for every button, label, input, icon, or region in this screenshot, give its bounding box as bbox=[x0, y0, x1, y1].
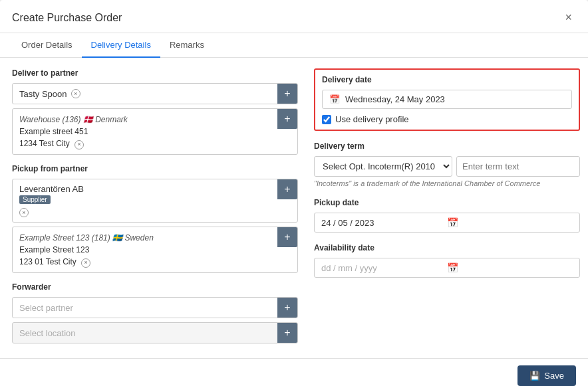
deliver-to-partner-section: Deliver to partner Tasty Spoon × + Wareh… bbox=[12, 68, 298, 155]
add-forwarder-partner-button[interactable]: + bbox=[277, 298, 297, 318]
forwarder-location-row: Select location + bbox=[12, 322, 298, 343]
availability-date-section: Availability date dd / mm / yyyy 📅 bbox=[314, 243, 580, 278]
pickup-from-partner-title: Pickup from partner bbox=[12, 164, 298, 173]
partner-name-text: Tasty Spoon bbox=[19, 89, 67, 99]
delivery-date-title: Delivery date bbox=[322, 75, 572, 84]
deliver-warehouse-text: Warehouse (136) bbox=[19, 115, 81, 124]
pickup-street: Example Street 123 bbox=[19, 244, 271, 256]
remove-pickup-address-icon[interactable]: × bbox=[81, 258, 90, 268]
pickup-address-block: Example Street 123 (181) 🇸🇪 Sweden Examp… bbox=[12, 227, 298, 273]
use-delivery-profile-checkbox[interactable] bbox=[322, 115, 331, 124]
tab-remarks[interactable]: Remarks bbox=[160, 33, 214, 58]
add-deliver-address-button[interactable]: + bbox=[277, 109, 297, 129]
pickup-warehouse-name: Example Street 123 (181) 🇸🇪 Sweden bbox=[19, 232, 271, 244]
calendar-icon: 📅 bbox=[329, 94, 340, 104]
deliver-street: Example street 451 bbox=[19, 126, 271, 138]
modal-footer: 💾 Save bbox=[0, 358, 588, 386]
use-delivery-profile-row: Use delivery profile bbox=[322, 114, 572, 124]
partner-name-value: Tasty Spoon × bbox=[13, 84, 277, 104]
deliver-to-partner-row: Tasty Spoon × + bbox=[12, 83, 298, 104]
availability-date-row[interactable]: dd / mm / yyyy 📅 bbox=[314, 258, 580, 278]
remove-pickup-partner-icon[interactable]: × bbox=[19, 208, 29, 217]
deliver-warehouse-name: Warehouse (136) 🇩🇰 Denmark bbox=[19, 114, 271, 126]
deliver-to-partner-title: Deliver to partner bbox=[12, 68, 298, 78]
pickup-calendar-icon: 📅 bbox=[447, 217, 573, 228]
forwarder-partner-row: Select partner + bbox=[12, 297, 298, 318]
pickup-partner-value: Leverantören AB Supplier × bbox=[13, 179, 277, 222]
modal: Create Purchase Order × Order Details De… bbox=[0, 0, 588, 386]
incoterms-note: "Incoterms" is a trademark of the Intern… bbox=[314, 179, 580, 187]
deliver-address-content: Warehouse (136) 🇩🇰 Denmark Example stree… bbox=[13, 109, 277, 154]
right-panel: Delivery date 📅 Wednesday, 24 May 2023 U… bbox=[314, 68, 580, 347]
save-icon: 💾 bbox=[529, 371, 540, 381]
add-pickup-address-button[interactable]: + bbox=[277, 227, 297, 247]
pickup-city: 123 01 Test City bbox=[19, 257, 76, 266]
availability-calendar-icon: 📅 bbox=[447, 262, 573, 273]
delivery-term-row: Select Opt. Incoterm(R) 2010 bbox=[314, 156, 580, 177]
pickup-date-title: Pickup date bbox=[314, 198, 580, 207]
remove-deliver-address-icon[interactable]: × bbox=[74, 140, 84, 149]
delivery-term-title: Delivery term bbox=[314, 142, 580, 151]
pickup-date-row[interactable]: 24 / 05 / 2023 📅 bbox=[314, 213, 580, 233]
pickup-date-section: Pickup date 24 / 05 / 2023 📅 bbox=[314, 198, 580, 233]
delivery-term-section: Delivery term Select Opt. Incoterm(R) 20… bbox=[314, 142, 580, 187]
supplier-badge: Supplier bbox=[19, 195, 51, 204]
deliver-city: 1234 Test City bbox=[19, 139, 70, 148]
delivery-date-value: Wednesday, 24 May 2023 bbox=[345, 94, 445, 104]
pickup-address-content: Example Street 123 (181) 🇸🇪 Sweden Examp… bbox=[13, 227, 277, 272]
modal-title: Create Purchase Order bbox=[12, 12, 122, 24]
add-forwarder-location-button[interactable]: + bbox=[277, 323, 297, 343]
denmark-flag: 🇩🇰 bbox=[83, 115, 95, 124]
remove-partner-icon[interactable]: × bbox=[71, 89, 80, 98]
term-text-input[interactable] bbox=[456, 156, 580, 177]
close-button[interactable]: × bbox=[561, 9, 576, 26]
modal-body: Deliver to partner Tasty Spoon × + Wareh… bbox=[0, 58, 588, 358]
availability-date-placeholder: dd / mm / yyyy bbox=[321, 263, 447, 273]
forwarder-partner-placeholder[interactable]: Select partner bbox=[13, 298, 277, 318]
availability-date-title: Availability date bbox=[314, 243, 580, 252]
use-delivery-profile-label: Use delivery profile bbox=[335, 114, 409, 124]
deliver-address-block: Warehouse (136) 🇩🇰 Denmark Example stree… bbox=[12, 108, 298, 155]
modal-header: Create Purchase Order × bbox=[0, 0, 588, 33]
pickup-partner-name: Leverantören AB bbox=[19, 184, 84, 194]
tab-order-details[interactable]: Order Details bbox=[12, 33, 82, 58]
left-panel: Deliver to partner Tasty Spoon × + Wareh… bbox=[12, 68, 298, 347]
tabs-container: Order Details Delivery Details Remarks bbox=[0, 33, 588, 58]
add-pickup-partner-button[interactable]: + bbox=[277, 179, 297, 199]
sweden-flag: 🇸🇪 bbox=[112, 233, 124, 242]
save-label: Save bbox=[544, 371, 564, 381]
delivery-date-input-row[interactable]: 📅 Wednesday, 24 May 2023 bbox=[322, 90, 572, 109]
pickup-city-row: 123 01 Test City × bbox=[19, 256, 271, 268]
pickup-partner-row: Leverantören AB Supplier × + bbox=[12, 179, 298, 223]
forwarder-title: Forwarder bbox=[12, 282, 298, 292]
tab-delivery-details[interactable]: Delivery Details bbox=[82, 33, 160, 58]
save-button[interactable]: 💾 Save bbox=[517, 365, 576, 386]
deliver-country: Denmark bbox=[95, 115, 128, 124]
forwarder-location-placeholder[interactable]: Select location bbox=[13, 324, 277, 343]
pickup-from-partner-section: Pickup from partner Leverantören AB Supp… bbox=[12, 164, 298, 273]
pickup-country: Sweden bbox=[124, 233, 153, 242]
deliver-city-row: 1234 Test City × bbox=[19, 138, 271, 149]
pickup-warehouse-text: Example Street 123 (181) bbox=[19, 233, 110, 242]
add-deliver-partner-button[interactable]: + bbox=[277, 84, 297, 104]
pickup-date-value: 24 / 05 / 2023 bbox=[321, 218, 447, 228]
delivery-date-box: Delivery date 📅 Wednesday, 24 May 2023 U… bbox=[314, 68, 580, 131]
incoterm-select[interactable]: Select Opt. Incoterm(R) 2010 bbox=[314, 156, 452, 177]
forwarder-section: Forwarder Select partner + Select locati… bbox=[12, 282, 298, 343]
